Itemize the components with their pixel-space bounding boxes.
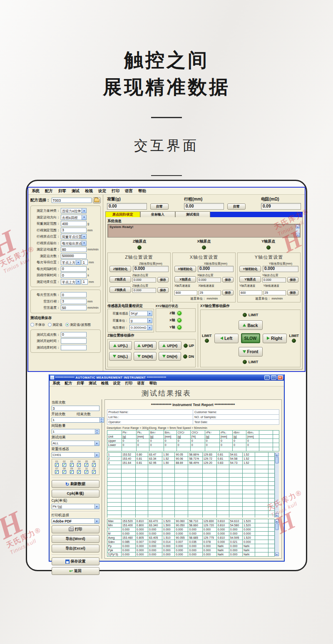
win1-menu-item-7[interactable]: 语言: [125, 188, 133, 194]
save-button[interactable]: 保存: [157, 277, 169, 282]
field-input[interactable]: [61, 299, 87, 304]
win2-menu-item-1[interactable]: 配方: [65, 381, 72, 386]
field-select[interactable]: 去程&回程▼: [61, 215, 87, 220]
win2-menu-item-7[interactable]: 语言: [137, 381, 145, 386]
interval-stepper[interactable]: ▲▼: [52, 429, 99, 434]
z-move-button[interactable]: DN(H): [159, 352, 181, 361]
cpk-button[interactable]: Cpk(单项): [52, 490, 99, 498]
minimize-icon[interactable]: _: [264, 375, 270, 380]
sysinfo-scrollbar[interactable]: ▲ ▼: [296, 225, 300, 237]
checkbox-icon[interactable]: ✓: [92, 470, 96, 474]
checkbox-icon[interactable]: ✓: [62, 463, 66, 467]
field-input-2[interactable]: [82, 260, 88, 265]
field-select[interactable]: 每次输出原点▼: [61, 240, 87, 246]
field-input[interactable]: [61, 266, 87, 272]
tab-2[interactable]: 测试项目: [175, 211, 210, 217]
refresh-data-button[interactable]: ↻刷新数据: [52, 480, 99, 488]
scroll-down-icon[interactable]: ▼: [296, 233, 300, 237]
field-input[interactable]: [61, 332, 87, 337]
radio-icon[interactable]: [48, 323, 52, 327]
speed-low-input[interactable]: [263, 290, 286, 295]
win2-menu-item-0[interactable]: 系统: [53, 381, 60, 386]
win1-menu-item-2[interactable]: 归零: [58, 188, 66, 194]
win1-menu-item-5[interactable]: 设定: [98, 188, 106, 194]
export-word-button[interactable]: 导出(Word): [52, 535, 99, 543]
axis-init-button[interactable]: Z轴初始化: [109, 266, 131, 272]
interval-input[interactable]: [52, 429, 95, 434]
axis-init-button[interactable]: X轴初始化: [174, 266, 196, 272]
field-select[interactable]: 零点上方▼: [61, 260, 81, 265]
field-select[interactable]: 荷重零点位置▼: [61, 234, 87, 239]
z-move-button[interactable]: UP(L): [109, 341, 132, 350]
save-settings-button[interactable]: 保存设置: [52, 557, 99, 565]
open-recipe-button[interactable]: [93, 197, 101, 203]
field-input[interactable]: [61, 253, 87, 259]
win1-menu-item-1[interactable]: 配方: [45, 188, 53, 194]
printer-select[interactable]: Adobe PDF▼: [52, 518, 99, 524]
sensor-select[interactable]: g▼: [129, 318, 152, 323]
axis-origin-button[interactable]: Z轴原点: [109, 276, 131, 282]
radio-icon[interactable]: [65, 323, 69, 327]
print-button[interactable]: 打印: [52, 525, 99, 533]
win1-menu-item-0[interactable]: 系统: [32, 188, 40, 194]
save-button[interactable]: 保存: [287, 290, 298, 295]
checkbox-icon[interactable]: ✓: [84, 463, 88, 467]
win2-menu-item-2[interactable]: 归零: [77, 381, 84, 386]
data-scrollbar[interactable]: ▲ ▼: [275, 453, 279, 517]
close-icon[interactable]: ×: [278, 375, 283, 380]
speed-high-input[interactable]: [174, 290, 197, 295]
win1-menu-item-8[interactable]: 帮助: [138, 188, 146, 194]
cpk-select[interactable]: Pk↑[g]▼: [52, 504, 99, 509]
start-count-input[interactable]: [52, 418, 99, 422]
field-input[interactable]: [61, 272, 87, 278]
checkbox-icon[interactable]: ✓: [62, 470, 66, 474]
front-button[interactable]: Front: [239, 347, 263, 357]
sensor-channel-select[interactable]: CH01▼: [52, 452, 99, 458]
win1-menu-item-3[interactable]: 测试: [72, 188, 80, 194]
field-input[interactable]: [61, 247, 87, 252]
tab-1[interactable]: 坐标输入: [140, 211, 175, 217]
checkbox-icon[interactable]: ✓: [77, 470, 81, 474]
slow-button[interactable]: SLOW: [241, 333, 260, 343]
sensor-select[interactable]: 5Kgf▼: [129, 311, 152, 316]
checkbox-icon[interactable]: ✓: [92, 463, 96, 467]
win2-menu-item-4[interactable]: 检视: [101, 381, 109, 386]
axis-init-button[interactable]: Y轴初始化: [239, 266, 261, 272]
return-button[interactable]: ↩返回: [52, 567, 99, 575]
checkbox-icon[interactable]: ✓: [70, 470, 74, 474]
scroll-down-icon[interactable]: ▼: [275, 552, 279, 556]
speed-high-input[interactable]: [239, 290, 262, 295]
z-move-button[interactable]: DN(L): [109, 352, 132, 361]
export-excel-button[interactable]: 导出(Excel): [52, 545, 99, 552]
save-button[interactable]: 保存: [287, 277, 298, 282]
left-button[interactable]: Left: [214, 334, 239, 343]
speed-low-input[interactable]: [199, 290, 221, 295]
current-count-input[interactable]: [52, 406, 99, 411]
z-move-button[interactable]: DN(M): [134, 352, 156, 361]
scroll-up-icon[interactable]: ▲: [275, 453, 279, 456]
radio-option[interactable]: 测定值: [48, 322, 62, 327]
axis-origin-button[interactable]: Y轴原点: [239, 276, 261, 282]
zero-button[interactable]: 归零: [150, 203, 169, 210]
back-button[interactable]: Back: [239, 320, 263, 330]
scroll-down-icon[interactable]: ▼: [275, 513, 279, 517]
zero-button[interactable]: 归零: [227, 203, 246, 210]
checkbox-icon[interactable]: ✓: [84, 470, 88, 474]
checkbox-icon[interactable]: ✓: [55, 463, 59, 467]
scroll-up-icon[interactable]: ▲: [275, 519, 279, 523]
scroll-thumb[interactable]: [275, 457, 279, 463]
field-input[interactable]: [61, 228, 87, 233]
win2-title-bar[interactable]: ************** AUTOMATIC MEASUREMENT INS…: [50, 374, 284, 381]
save-button[interactable]: 保存: [222, 277, 234, 282]
sensor-select[interactable]: 0-3000mΩ▼: [129, 325, 152, 330]
checkbox-icon[interactable]: ✓: [77, 463, 81, 467]
axis-origin-button[interactable]: Z轴换点: [109, 287, 131, 293]
radio-icon[interactable]: [30, 323, 34, 327]
stats-scrollbar[interactable]: ▲ ▼: [275, 519, 279, 556]
right-button[interactable]: Right: [263, 334, 287, 343]
axis-origin-button[interactable]: X轴原点: [174, 276, 196, 282]
start-count-stepper[interactable]: ▲▼: [52, 417, 104, 423]
scroll-thumb[interactable]: [275, 523, 279, 530]
field-input-2[interactable]: [82, 279, 88, 285]
win1-menu-item-6[interactable]: 打印: [112, 188, 119, 194]
